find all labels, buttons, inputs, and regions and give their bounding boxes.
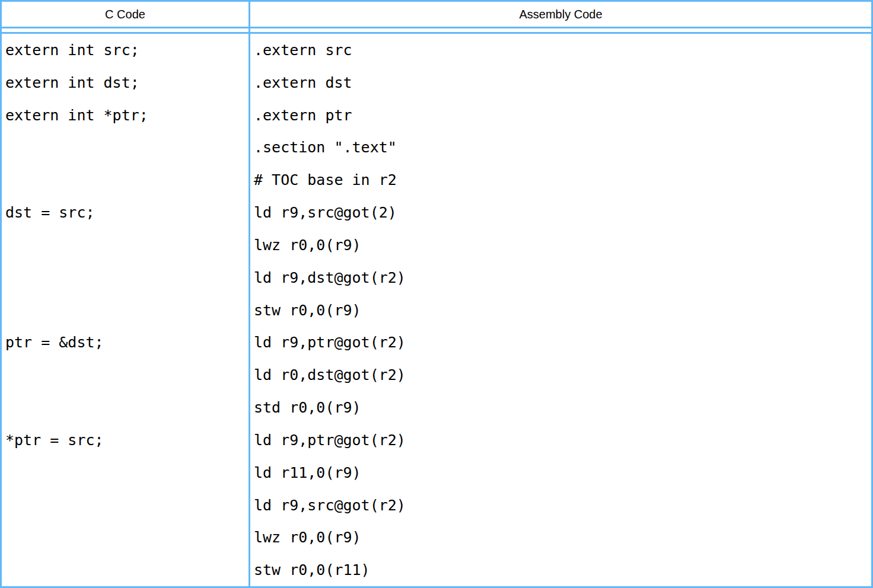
assembly-code-text: ld r9,ptr@got(r2) [254,334,406,351]
assembly-code-cell: .extern dst [250,66,871,99]
assembly-code-text: .extern dst [254,74,352,91]
table-row: ld r9,dst@got(r2) [2,261,871,294]
table-row: lwz r0,0(r9) [2,521,871,554]
assembly-code-cell: .extern ptr [250,99,871,132]
c-code-cell: *ptr = src; [2,424,250,456]
table-row: stw r0,0(r9) [2,294,871,327]
table-row: ld r11,0(r9) [2,456,871,489]
c-code-cell: extern int dst; [2,66,250,99]
table-header-row: C Code Assembly Code [2,2,871,28]
assembly-code-text: lwz r0,0(r9) [254,237,361,254]
assembly-code-cell: ld r9,ptr@got(r2) [250,424,871,456]
assembly-code-text: ld r9,dst@got(r2) [254,269,406,286]
assembly-code-text: .extern ptr [254,107,352,124]
assembly-code-cell: ld r9,ptr@got(r2) [250,326,871,359]
table-row: std r0,0(r9) [2,391,871,424]
header-separator-right [250,28,871,32]
c-code-text: ptr = &dst; [5,334,104,351]
header-separator-left [2,28,250,32]
c-code-cell [2,359,250,391]
table-row: extern int *ptr; .extern ptr [2,99,871,132]
c-code-cell [2,521,250,554]
c-code-text: extern int *ptr; [5,107,148,124]
assembly-code-text: ld r9,src@got(2) [254,204,397,221]
column-header-c-code: C Code [2,2,250,27]
c-code-cell [2,489,250,522]
assembly-code-cell: ld r11,0(r9) [250,456,871,489]
assembly-code-cell: stw r0,0(r11) [250,554,871,586]
c-code-cell: extern int *ptr; [2,99,250,132]
table-row: .section ".text" [2,131,871,164]
c-code-cell [2,391,250,424]
assembly-code-text: ld r9,ptr@got(r2) [254,432,406,449]
c-code-cell: extern int src; [2,34,250,66]
assembly-code-text: stw r0,0(r11) [254,561,370,579]
c-code-text: dst = src; [5,204,95,221]
table-row: ld r0,dst@got(r2) [2,359,871,391]
column-header-assembly-code: Assembly Code [250,2,871,27]
assembly-code-text: .section ".text" [254,139,397,156]
assembly-code-cell: ld r9,dst@got(r2) [250,261,871,294]
c-code-cell [2,131,250,164]
assembly-code-cell: std r0,0(r9) [250,391,871,424]
table-row: # TOC base in r2 [2,164,871,196]
table-row: extern int dst; .extern dst [2,66,871,99]
c-code-cell [2,261,250,294]
assembly-code-cell: lwz r0,0(r9) [250,521,871,554]
header-separator-rule [2,28,871,34]
assembly-code-cell: ld r9,src@got(r2) [250,489,871,522]
table-row: extern int src; .extern src [2,34,871,66]
assembly-code-text: ld r0,dst@got(r2) [254,366,406,384]
assembly-code-text: std r0,0(r9) [254,399,361,416]
c-code-cell [2,164,250,196]
c-code-cell [2,456,250,489]
table-row: *ptr = src; ld r9,ptr@got(r2) [2,424,871,456]
assembly-code-text: lwz r0,0(r9) [254,529,361,546]
assembly-code-text: .extern src [254,41,352,59]
assembly-code-text: # TOC base in r2 [254,171,397,188]
c-code-cell: ptr = &dst; [2,326,250,359]
assembly-code-text: ld r11,0(r9) [254,464,361,481]
c-code-text: extern int src; [5,41,139,59]
assembly-code-cell: ld r0,dst@got(r2) [250,359,871,391]
table-row: lwz r0,0(r9) [2,229,871,261]
table-row: ld r9,src@got(r2) [2,489,871,522]
c-code-text: extern int dst; [5,74,139,91]
c-code-cell: dst = src; [2,196,250,229]
code-comparison-table: C Code Assembly Code extern int src; .ex… [0,0,873,588]
assembly-code-cell: lwz r0,0(r9) [250,229,871,261]
c-code-cell [2,229,250,261]
assembly-code-cell: .extern src [250,34,871,66]
c-code-cell [2,554,250,586]
c-code-cell [2,294,250,327]
assembly-code-cell: ld r9,src@got(2) [250,196,871,229]
assembly-code-cell: # TOC base in r2 [250,164,871,196]
assembly-code-text: ld r9,src@got(r2) [254,497,406,514]
table-row: ptr = &dst; ld r9,ptr@got(r2) [2,326,871,359]
table-row: dst = src; ld r9,src@got(2) [2,196,871,229]
assembly-code-text: stw r0,0(r9) [254,302,361,319]
table-body: extern int src; .extern src extern int d… [2,34,871,586]
assembly-code-cell: stw r0,0(r9) [250,294,871,327]
assembly-code-cell: .section ".text" [250,131,871,164]
c-code-text: *ptr = src; [5,432,104,449]
table-row: stw r0,0(r11) [2,554,871,586]
